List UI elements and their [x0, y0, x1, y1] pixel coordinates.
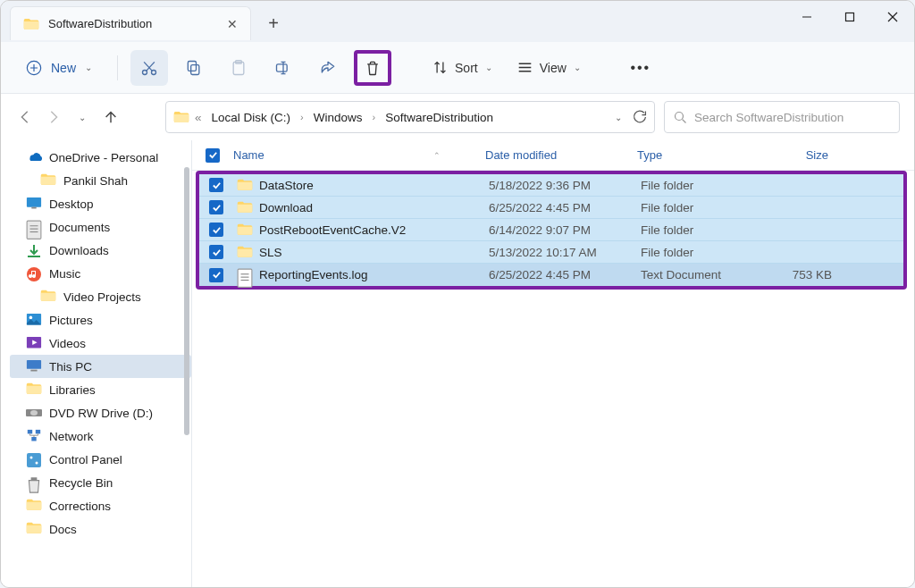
svg-rect-24: [27, 197, 41, 207]
close-tab-icon[interactable]: ✕: [227, 17, 238, 31]
col-date[interactable]: Date modified: [485, 148, 637, 162]
breadcrumb-1[interactable]: Windows: [309, 108, 367, 127]
divider: [117, 55, 118, 80]
file-row[interactable]: ReportingEvents.log6/25/2022 4:45 PMText…: [199, 264, 903, 286]
sidebar-item-video-projects[interactable]: Video Projects: [10, 285, 191, 308]
new-tab-button[interactable]: +: [258, 8, 289, 38]
back-button[interactable]: [15, 107, 35, 127]
file-type: File folder: [641, 201, 762, 214]
file-row[interactable]: DataStore5/18/2022 9:36 PMFile folder: [199, 174, 903, 197]
sidebar-item-label: Downloads: [49, 244, 109, 257]
refresh-icon[interactable]: [633, 110, 647, 124]
copy-icon: [185, 59, 203, 77]
more-button[interactable]: •••: [622, 50, 659, 86]
file-name: DataStore: [259, 179, 314, 192]
address-bar[interactable]: « Local Disk (C:) › Windows › SoftwareDi…: [165, 101, 655, 133]
active-tab[interactable]: SoftwareDistribution ✕: [10, 6, 251, 40]
file-date: 6/14/2022 9:07 PM: [489, 223, 641, 237]
sidebar-item-this-pc[interactable]: This PC: [10, 355, 191, 378]
sidebar-item-docs[interactable]: Docs: [10, 517, 191, 541]
sort-label: Sort: [455, 61, 478, 75]
folder-icon: [26, 382, 42, 397]
row-checkbox[interactable]: [203, 178, 230, 192]
sidebar-item-network[interactable]: Network: [10, 424, 191, 448]
search-box[interactable]: Search SoftwareDistribution: [664, 101, 900, 133]
search-icon: [674, 111, 687, 124]
svg-rect-12: [188, 61, 196, 71]
maximize-button[interactable]: [828, 1, 871, 33]
paste-button[interactable]: [220, 50, 257, 86]
file-type: File folder: [641, 179, 762, 192]
row-checkbox[interactable]: [203, 223, 230, 237]
file-date: 5/18/2022 9:36 PM: [489, 179, 641, 192]
scrollbar-thumb[interactable]: [184, 167, 189, 435]
sort-button[interactable]: Sort ⌄: [424, 55, 501, 80]
sidebar-item-label: Recycle Bin: [49, 476, 113, 490]
pictures-icon: [26, 313, 42, 327]
col-type[interactable]: Type: [637, 148, 759, 162]
row-checkbox[interactable]: [203, 200, 230, 214]
svg-rect-15: [277, 63, 288, 71]
search-placeholder: Search SoftwareDistribution: [694, 111, 844, 124]
chevron-down-icon[interactable]: ⌄: [615, 113, 622, 122]
sidebar-item-documents[interactable]: Documents: [10, 215, 191, 239]
share-button[interactable]: [309, 50, 347, 86]
chevron-down-icon: ⌄: [485, 63, 492, 72]
sidebar-item-pictures[interactable]: Pictures: [10, 308, 191, 332]
col-size[interactable]: Size: [759, 148, 837, 162]
sidebar-item-music[interactable]: Music: [10, 262, 191, 285]
forward-button[interactable]: [44, 107, 63, 127]
column-headers: Name⌃ Date modified Type Size: [192, 140, 914, 171]
col-name[interactable]: Name⌃: [226, 148, 485, 162]
cut-button[interactable]: [130, 50, 168, 86]
desktop-icon: [26, 197, 42, 211]
sidebar-item-pankil-shah[interactable]: Pankil Shah: [10, 169, 191, 192]
svg-rect-11: [191, 64, 199, 74]
svg-rect-39: [36, 430, 40, 433]
titlebar: SoftwareDistribution ✕ +: [1, 1, 914, 42]
file-date: 6/25/2022 4:45 PM: [489, 268, 641, 281]
folder-icon: [173, 110, 189, 124]
content: OneDrive - PersonalPankil ShahDesktopDoc…: [1, 140, 914, 587]
sidebar[interactable]: OneDrive - PersonalPankil ShahDesktopDoc…: [1, 140, 192, 587]
close-window-button[interactable]: [871, 1, 914, 33]
new-button[interactable]: New ⌄: [13, 54, 105, 82]
file-row[interactable]: Download6/25/2022 4:45 PMFile folder: [199, 197, 903, 219]
sidebar-item-downloads[interactable]: Downloads: [10, 239, 191, 262]
sidebar-item-dvd-rw-drive-d-[interactable]: DVD RW Drive (D:): [10, 401, 191, 424]
sidebar-item-label: OneDrive - Personal: [49, 151, 158, 164]
plus-circle-icon: [26, 60, 42, 76]
sidebar-item-label: Pictures: [49, 314, 93, 327]
sidebar-item-recycle-bin[interactable]: Recycle Bin: [10, 471, 191, 494]
row-checkbox[interactable]: [203, 245, 230, 259]
file-type: File folder: [641, 223, 762, 237]
sidebar-item-videos[interactable]: Videos: [10, 332, 191, 355]
folder-icon: [237, 246, 253, 259]
minimize-button[interactable]: [785, 1, 828, 33]
folder-icon: [40, 173, 56, 188]
sidebar-item-desktop[interactable]: Desktop: [10, 192, 191, 215]
select-all-checkbox[interactable]: [199, 148, 226, 163]
file-row[interactable]: PostRebootEventCache.V26/14/2022 9:07 PM…: [199, 219, 903, 241]
sidebar-item-onedrive-personal[interactable]: OneDrive - Personal: [10, 146, 191, 169]
file-row[interactable]: SLS5/13/2022 10:17 AMFile folder: [199, 241, 903, 264]
breadcrumb-root[interactable]: Local Disk (C:): [207, 108, 296, 127]
sidebar-item-label: Docs: [49, 523, 77, 536]
up-button[interactable]: [101, 107, 121, 127]
svg-rect-1: [846, 13, 854, 21]
row-checkbox[interactable]: [203, 268, 230, 282]
rename-button[interactable]: [264, 50, 302, 86]
sidebar-item-control-panel[interactable]: Control Panel: [10, 448, 191, 471]
sidebar-item-corrections[interactable]: Corrections: [10, 494, 191, 517]
folder-icon: [237, 201, 253, 214]
breadcrumb-2[interactable]: SoftwareDistribution: [381, 108, 498, 127]
copy-button[interactable]: [175, 50, 213, 86]
onedrive-icon: [26, 150, 42, 164]
svg-line-23: [683, 119, 686, 122]
history-dropdown[interactable]: ⌄: [72, 107, 92, 127]
view-button[interactable]: View ⌄: [508, 55, 590, 80]
chevron-down-icon: ⌄: [85, 63, 92, 72]
sidebar-item-label: DVD RW Drive (D:): [49, 407, 153, 420]
sidebar-item-libraries[interactable]: Libraries: [10, 378, 191, 401]
delete-button[interactable]: [354, 50, 391, 86]
